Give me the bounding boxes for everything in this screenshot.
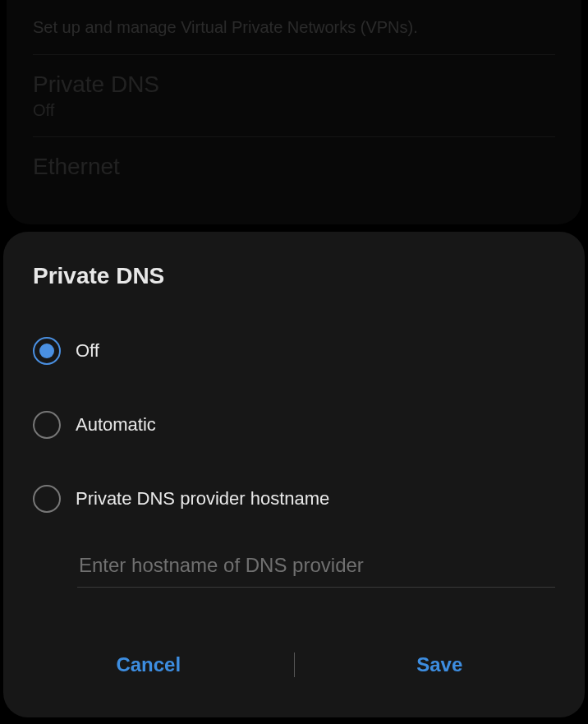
- radio-label-automatic: Automatic: [76, 414, 156, 436]
- radio-selected-indicator: [39, 344, 54, 358]
- cancel-button[interactable]: Cancel: [3, 645, 294, 685]
- dialog-actions: Cancel Save: [3, 604, 585, 717]
- hostname-input[interactable]: [77, 547, 555, 588]
- radio-option-automatic[interactable]: Automatic: [3, 388, 585, 462]
- private-dns-dialog: Private DNS Off Automatic Private DNS pr…: [3, 232, 585, 717]
- radio-button-icon: [33, 337, 61, 365]
- save-button[interactable]: Save: [295, 645, 586, 685]
- radio-option-off[interactable]: Off: [3, 314, 585, 388]
- radio-option-hostname[interactable]: Private DNS provider hostname: [3, 462, 585, 536]
- radio-button-icon: [33, 485, 61, 513]
- dialog-title: Private DNS: [3, 263, 585, 314]
- radio-label-off: Off: [76, 340, 99, 362]
- radio-button-icon: [33, 411, 61, 439]
- hostname-input-wrapper: [3, 536, 585, 604]
- radio-label-hostname: Private DNS provider hostname: [76, 488, 329, 510]
